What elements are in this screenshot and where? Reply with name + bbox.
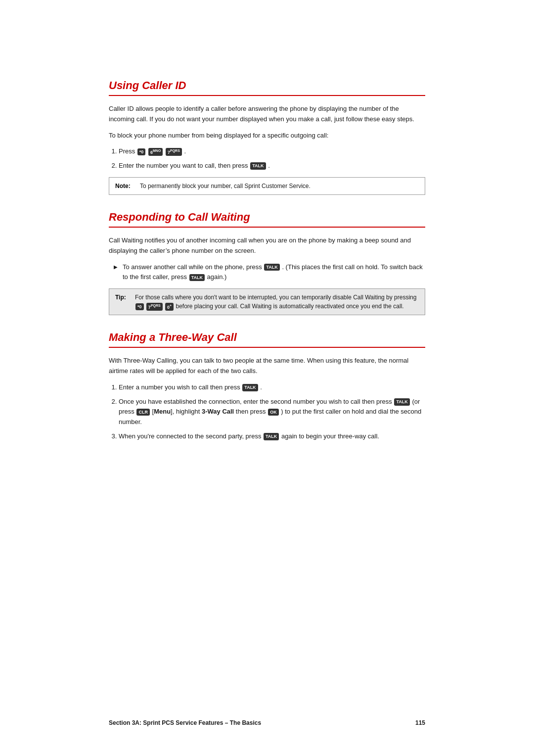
three-way-step-3: When you're connected to the second part… (119, 431, 425, 442)
caller-id-step-1: Press *0 6MNO 7PQRS . (119, 146, 425, 157)
tip-label: Tip: (115, 293, 130, 302)
caller-id-sub-intro: To block your phone number from being di… (109, 131, 425, 141)
call-waiting-bullets: To answer another call while on the phon… (114, 262, 425, 283)
key-7: 7PQRS (166, 148, 182, 156)
tip-text: For those calls where you don't want to … (135, 293, 419, 311)
caller-id-note: Note: To permanently block your number, … (109, 177, 425, 195)
call-waiting-intro: Call Waiting notifies you of another inc… (109, 236, 425, 256)
section-title-three-way: Making a Three-Way Call (109, 331, 425, 348)
key-talk-5: TALK (394, 398, 409, 406)
caller-id-intro: Caller ID allows people to identify a ca… (109, 104, 425, 125)
page: Using Caller ID Caller ID allows people … (0, 0, 534, 756)
call-waiting-bullet-1: To answer another call while on the phon… (114, 262, 425, 283)
note-label: Note: (115, 182, 135, 190)
key-star-tip: *0 (135, 303, 144, 311)
three-way-intro: With Three-Way Calling, you can talk to … (109, 356, 425, 377)
key-talk-1: TALK (250, 162, 266, 170)
key-clr: CLR (136, 409, 150, 416)
key-talk-6: TALK (264, 433, 279, 440)
note-text: To permanently block your number, call S… (140, 182, 311, 190)
three-way-steps: Enter a number you wish to call then pre… (119, 382, 425, 442)
section-caller-id: Using Caller ID Caller ID allows people … (109, 79, 425, 195)
three-way-step-1: Enter a number you wish to call then pre… (119, 382, 425, 393)
key-talk-2: TALK (264, 264, 279, 271)
section-three-way: Making a Three-Way Call With Three-Way C… (109, 331, 425, 442)
key-0-tip: 0+ (165, 303, 174, 311)
footer-right: 115 (415, 719, 425, 726)
section-call-waiting: Responding to Call Waiting Call Waiting … (109, 211, 425, 315)
key-star: *0 (137, 148, 146, 156)
key-6: 6MNO (148, 148, 163, 156)
key-7-tip: 7PQRS (146, 303, 163, 311)
three-way-step-2: Once you have established the connection… (119, 397, 425, 427)
section-title-caller-id: Using Caller ID (109, 79, 425, 96)
call-waiting-tip: Tip: For those calls where you don't wan… (109, 288, 425, 315)
key-ok: OK (268, 409, 279, 416)
caller-id-steps: Press *0 6MNO 7PQRS . Enter the number y… (119, 146, 425, 171)
footer-left: Section 3A: Sprint PCS Service Features … (109, 719, 261, 726)
key-talk-4: TALK (242, 384, 258, 391)
section-title-call-waiting: Responding to Call Waiting (109, 211, 425, 228)
key-talk-3: TALK (189, 274, 205, 282)
caller-id-step-2: Enter the number you want to call, then … (119, 161, 425, 171)
page-footer: Section 3A: Sprint PCS Service Features … (109, 719, 425, 726)
